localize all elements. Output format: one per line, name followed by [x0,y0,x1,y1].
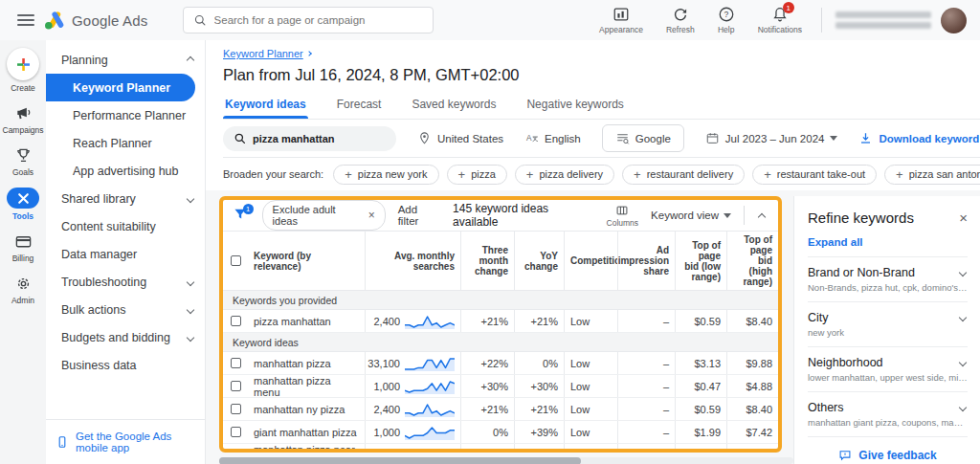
close-icon[interactable]: × [368,209,375,222]
breadcrumb-link[interactable]: Keyword Planner [223,48,303,59]
filter-chip-label: Exclude adult ideas [273,204,362,227]
rail-item-admin[interactable]: Admin [11,274,34,305]
caret-down-icon [830,136,837,141]
menu-icon[interactable] [17,14,34,26]
sidebar-item-shared-library[interactable]: Shared library [46,185,205,212]
refine-section-neighborhood[interactable]: Neighborhoodlower manhattan, upper west … [808,346,968,391]
date-range-selector[interactable]: Jul 2023 – Jun 2024 [705,131,838,145]
give-feedback-button[interactable]: Give feedback [808,436,968,464]
rail-item-billing[interactable]: Billing [12,232,34,263]
broaden-chip[interactable]: +restaurant take-out [752,165,877,185]
rail-item-tools[interactable]: Tools [7,188,39,221]
filter-count-badge: 1 [243,204,254,214]
cell-keyword: manhattan pizza menu [248,375,365,397]
columns-button[interactable]: Columns [607,204,639,228]
language-selector[interactable]: A English [524,131,581,145]
topbar-action-help[interactable]: ?Help [718,6,735,34]
row-checkbox[interactable] [231,381,241,391]
cell-bid-low: $0.59 [675,398,726,420]
plus-icon: + [896,168,903,181]
table-row: pizza manhattan2,400+21%+21%Low–$0.59$8.… [223,310,778,333]
rail-item-create[interactable]: Create [7,48,39,93]
header-c-ad: Ad impression share [617,232,675,290]
topbar-action-notifications[interactable]: 1Notifications [758,6,802,34]
filter-funnel-icon[interactable]: 1 [233,207,250,224]
page-title: Plan from Jul 16, 2024, 8 PM, GMT+02:00 [223,66,980,84]
sidebar-item-keyword-planner[interactable]: Keyword Planner [46,74,195,101]
refine-section-city[interactable]: Citynew york [808,301,968,346]
toolbar-divider [744,206,745,225]
sidebar-item-budgets-and-bidding[interactable]: Budgets and bidding [46,323,205,351]
horizontal-scrollbar[interactable] [219,457,793,464]
language-label: English [545,133,581,144]
sidebar-item-planning[interactable]: Planning [46,46,205,74]
topbar-action-appearance[interactable]: Appearance [599,6,643,34]
megaphone-icon [13,103,33,122]
keyword-search-input[interactable] [253,133,396,144]
collapse-table-button[interactable] [757,207,768,224]
mobile-app-label: Get the Google Ads mobile app [76,431,195,453]
sidebar-item-label: App advertising hub [73,165,179,178]
row-checkbox[interactable] [231,358,241,368]
broaden-chip[interactable]: +restaurant delivery [622,165,745,185]
google-ads-logo-icon [44,11,65,30]
broaden-chip[interactable]: +pizza san antonio [884,165,980,185]
broaden-label: Broaden your search: [223,168,323,180]
cell-bid-high: $7.42 [726,421,778,443]
row-checkbox[interactable] [231,450,241,453]
header-c-avg: Avg. monthly searches [365,232,460,290]
rail-item-campaigns[interactable]: Campaigns [3,103,44,135]
sidebar-item-reach-planner[interactable]: Reach Planner [46,129,205,157]
add-filter-button[interactable]: Add filter [398,204,440,227]
cell-ad-impression-share: – [617,375,675,397]
sidebar-item-app-advertising-hub[interactable]: App advertising hub [46,157,205,185]
broaden-chip[interactable]: +pizza new york [333,165,438,185]
exclude-adult-ideas-chip[interactable]: Exclude adult ideas × [262,200,386,231]
refine-section-others[interactable]: Othersmanhattan giant pizza, coupons, ma… [808,391,968,436]
sidebar-item-label: Data manager [61,248,137,261]
download-keyword-ideas-button[interactable]: Download keyword ideas [858,131,980,145]
row-checkbox[interactable] [231,404,241,414]
global-search[interactable] [183,7,434,33]
account-info[interactable] [835,8,967,33]
scrollbar-thumb[interactable] [219,457,581,464]
avatar[interactable] [941,8,967,33]
sidebar-item-data-manager[interactable]: Data manager [46,240,205,268]
chevron-down-icon [187,194,194,202]
sidebar-item-business-data[interactable]: Business data [46,351,205,379]
mobile-app-link[interactable]: Get the Google Ads mobile app [46,419,205,464]
sidebar-item-content-suitability[interactable]: Content suitability [46,212,205,240]
refine-section-brand-or-non-brand[interactable]: Brand or Non-BrandNon-Brands, pizza hut,… [808,256,968,301]
table-row: manhattan ny pizza2,400+21%+21%Low–$0.59… [223,398,778,421]
sidebar-item-performance-planner[interactable]: Performance Planner [46,101,205,129]
location-selector[interactable]: United States [417,131,503,145]
rail-item-goals[interactable]: Goals [12,145,33,177]
notification-badge: 1 [783,2,794,13]
topbar-action-refresh[interactable]: Refresh [666,6,695,34]
broaden-chip[interactable]: +pizza delivery [515,165,614,185]
network-selector[interactable]: Google [602,124,684,152]
close-icon[interactable]: × [959,210,968,225]
expand-all-link[interactable]: Expand all [808,236,968,248]
avg-value: 1,000 [373,381,400,392]
keyword-search[interactable] [223,126,396,151]
tab-saved-keywords[interactable]: Saved keywords [410,93,498,119]
broaden-chip[interactable]: +pizza [447,165,507,185]
row-checkbox[interactable] [231,427,241,437]
select-all-checkbox[interactable] [231,255,241,266]
tab-negative-keywords[interactable]: Negative keywords [524,93,625,119]
cell-ad-impression-share: – [617,444,675,453]
cell-bid-high: $9.65 [726,444,778,453]
refine-section-title: Neighborhood [808,356,883,369]
sidebar-item-bulk-actions[interactable]: Bulk actions [46,296,205,323]
tab-keyword-ideas[interactable]: Keyword ideas [223,93,308,119]
tab-forecast[interactable]: Forecast [335,93,384,119]
chevron-down-icon [959,314,967,321]
sidebar-item-troubleshooting[interactable]: Troubleshooting [46,268,205,296]
global-search-input[interactable] [214,14,406,26]
sidebar: PlanningKeyword PlannerPerformance Plann… [46,40,206,464]
row-checkbox[interactable] [231,316,241,326]
sidebar-item-label: Keyword Planner [73,81,170,95]
cell-three-month-change: +21% [460,310,514,332]
keyword-view-dropdown[interactable]: Keyword view [651,210,731,221]
